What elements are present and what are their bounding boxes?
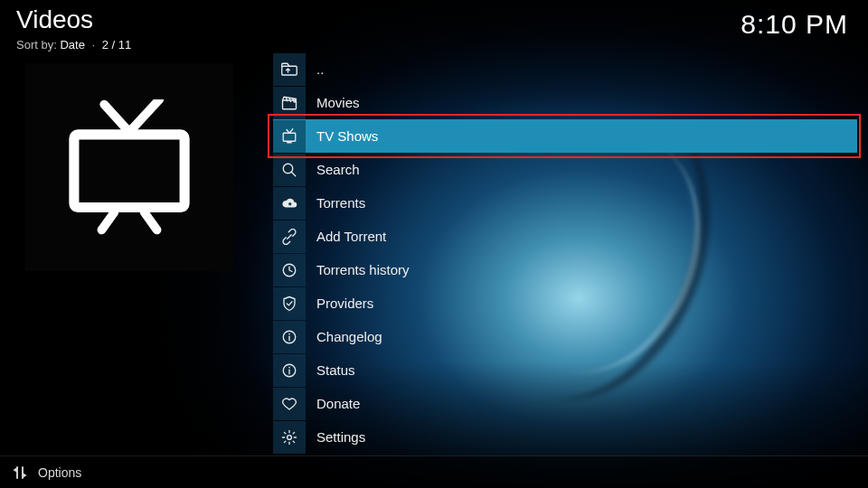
menu-item-up[interactable]: ..: [273, 52, 857, 86]
info-icon: [273, 321, 306, 353]
preview-thumbnail: [25, 63, 233, 271]
tv-icon: [273, 120, 306, 153]
menu-item-torrents[interactable]: Torrents: [273, 186, 857, 220]
menu-item-search[interactable]: Search: [273, 153, 857, 186]
menu-item-label: Providers: [316, 296, 373, 311]
menu-item-torrentshistory[interactable]: Torrents history: [273, 253, 857, 286]
menu-item-tvshows[interactable]: TV Shows: [273, 119, 857, 153]
sort-key: Date: [60, 38, 84, 52]
clapperboard-icon: [273, 87, 306, 119]
menu-item-donate[interactable]: Donate: [273, 387, 857, 420]
shield-icon: [273, 287, 306, 320]
sort-sep: ·: [92, 38, 96, 52]
app-root: Videos Sort by: Date · 2 / 11 8:10 PM ..…: [0, 0, 868, 488]
sort-label: Sort by:: [16, 38, 57, 52]
clock-icon: [273, 254, 306, 286]
search-icon: [273, 154, 306, 186]
menu-item-label: Search: [316, 162, 360, 177]
menu-item-label: Torrents: [316, 195, 365, 211]
menu-item-label: Status: [316, 362, 355, 378]
menu-item-status[interactable]: Status: [273, 353, 857, 387]
footer-bar[interactable]: Options: [0, 455, 868, 488]
menu-item-movies[interactable]: Movies: [273, 86, 857, 119]
info-icon: [273, 354, 306, 387]
options-icon: [9, 465, 31, 481]
gear-icon: [273, 421, 306, 454]
svg-line-4: [145, 212, 157, 230]
svg-line-3: [101, 212, 114, 230]
sort-line: Sort by: Date · 2 / 11: [16, 38, 131, 52]
link-icon: [273, 221, 306, 253]
menu-item-settings[interactable]: Settings: [273, 420, 857, 454]
tv-large-icon: [66, 99, 193, 235]
page-title: Videos: [16, 5, 93, 34]
list-position: 2 / 11: [102, 38, 132, 52]
menu-item-label: Donate: [316, 396, 360, 411]
menu-item-label: Add Torrent: [316, 229, 386, 244]
menu-item-label: Torrents history: [316, 262, 410, 277]
svg-line-1: [129, 99, 159, 132]
menu-item-label: TV Shows: [316, 128, 378, 144]
menu-item-addtorrent[interactable]: Add Torrent: [273, 220, 857, 253]
svg-marker-21: [14, 467, 18, 473]
heart-icon: [273, 388, 306, 420]
svg-point-14: [288, 333, 290, 334]
svg-line-9: [291, 172, 296, 176]
svg-marker-22: [23, 473, 27, 478]
cloud-icon: [273, 187, 306, 220]
menu-item-label: Settings: [316, 429, 365, 445]
svg-rect-2: [74, 135, 184, 208]
svg-point-18: [288, 435, 292, 439]
menu-item-changelog[interactable]: Changelog: [273, 320, 857, 353]
menu-item-label: ..: [316, 61, 324, 77]
svg-point-10: [288, 202, 291, 205]
svg-point-17: [288, 366, 290, 368]
menu-item-label: Movies: [316, 95, 360, 110]
menu-item-providers[interactable]: Providers: [273, 286, 857, 320]
folder-up-icon: [273, 53, 306, 86]
clock: 8:10 PM: [741, 9, 848, 40]
svg-line-0: [104, 105, 129, 133]
options-label: Options: [38, 465, 81, 480]
menu-list: ..MoviesTV ShowsSearchTorrentsAdd Torren…: [273, 52, 857, 454]
menu-item-label: Changelog: [316, 329, 382, 344]
svg-rect-7: [283, 133, 296, 141]
